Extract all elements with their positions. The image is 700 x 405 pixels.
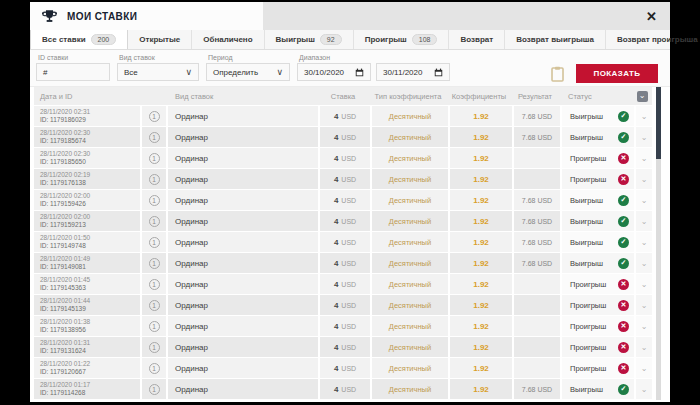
collapse-all-icon[interactable]: ⌄ xyxy=(637,91,648,102)
bet-kind-select[interactable]: Все ∨ xyxy=(117,63,199,81)
stake-cell: 4 USD xyxy=(320,211,370,231)
expand-row-chevron-icon[interactable]: ⌄ xyxy=(636,358,652,378)
status-cell: Выигрыш ✓ xyxy=(562,190,634,210)
bet-date-id-cell: 28/11/2020 01:31 ID: 1179131624 xyxy=(34,337,140,357)
coefficient-cell: 1.92 xyxy=(450,316,512,336)
loss-cross-icon: ✕ xyxy=(618,321,629,332)
filter-tab[interactable]: Выигрыш 92 xyxy=(265,30,354,49)
expand-row-chevron-icon[interactable]: ⌄ xyxy=(636,106,652,126)
filter-tab[interactable]: Возврат xyxy=(449,30,505,49)
header-stake: Ставка xyxy=(318,87,368,105)
status-cell: Выигрыш ✓ xyxy=(562,211,634,231)
result-cell xyxy=(514,169,560,189)
bet-date: 28/11/2020 02:19 xyxy=(40,171,90,179)
bet-id: ID: 1179131624 xyxy=(40,347,86,355)
bet-id-input[interactable]: # xyxy=(36,63,110,81)
date-to-input[interactable]: 30/11/2020 xyxy=(376,63,450,81)
bet-id: ID: 1179145363 xyxy=(40,284,86,292)
close-icon[interactable]: ✕ xyxy=(646,10,657,23)
bet-id: ID: 1179120667 xyxy=(40,368,86,376)
bet-date-id-cell: 28/11/2020 01:22 ID: 1179120667 xyxy=(34,358,140,378)
coef-type-cell: Десятичный xyxy=(372,274,448,294)
coef-type-cell: Десятичный xyxy=(372,148,448,168)
selection-count-icon: 1 xyxy=(149,195,160,206)
bet-date-id-cell: 28/11/2020 01:50 ID: 1179149748 xyxy=(34,232,140,252)
filter-tab[interactable]: Все ставки 200 xyxy=(30,30,128,49)
expand-row-chevron-icon[interactable]: ⌄ xyxy=(636,211,652,231)
win-check-icon: ✓ xyxy=(618,258,629,269)
filter-tab[interactable]: Обналичено xyxy=(192,30,264,49)
expand-row-chevron-icon[interactable]: ⌄ xyxy=(636,148,652,168)
bet-date: 28/11/2020 01:38 xyxy=(40,318,90,326)
trophy-logo-icon xyxy=(41,8,58,25)
bet-kind-cell: Ординар xyxy=(168,106,318,126)
expand-row-chevron-icon[interactable]: ⌄ xyxy=(636,232,652,252)
tab-count-badge: 200 xyxy=(91,34,117,45)
expand-row-chevron-icon[interactable]: ⌄ xyxy=(636,169,652,189)
win-check-icon: ✓ xyxy=(618,111,629,122)
loss-cross-icon: ✕ xyxy=(618,153,629,164)
coef-type-cell: Десятичный xyxy=(372,232,448,252)
scrollbar-thumb[interactable] xyxy=(656,87,661,159)
table-row: 28/11/2020 02:30 ID: 1179185650 1 Ордина… xyxy=(34,148,652,168)
result-cell: 7.68 USD xyxy=(514,190,560,210)
expand-row-chevron-icon[interactable]: ⌄ xyxy=(636,337,652,357)
selection-count-icon: 1 xyxy=(149,216,160,227)
expand-row-chevron-icon[interactable]: ⌄ xyxy=(636,127,652,147)
bet-count-cell: 1 xyxy=(142,148,166,168)
filter-tab[interactable]: Проигрыш 108 xyxy=(354,30,450,49)
period-select[interactable]: Определить ∨ xyxy=(206,63,290,81)
coefficient-cell: 1.92 xyxy=(450,106,512,126)
bet-date: 28/11/2020 02:30 xyxy=(40,129,90,137)
bet-date-id-cell: 28/11/2020 02:00 ID: 1179159426 xyxy=(34,190,140,210)
expand-row-chevron-icon[interactable]: ⌄ xyxy=(636,316,652,336)
win-check-icon: ✓ xyxy=(618,195,629,206)
coef-type-cell: Десятичный xyxy=(372,106,448,126)
my-bets-window: МОИ СТАВКИ ✕ Все ставки 200 Открытые Обн… xyxy=(30,2,670,402)
bet-id: ID: 1179138956 xyxy=(40,326,86,334)
bet-id: ID: 1179145139 xyxy=(40,305,86,313)
bet-kind-cell: Ординар xyxy=(168,337,318,357)
stake-cell: 4 USD xyxy=(320,232,370,252)
bet-date-id-cell: 28/11/2020 02:19 ID: 1179176138 xyxy=(34,169,140,189)
table-scrollbar[interactable] xyxy=(656,87,661,400)
bet-count-cell: 1 xyxy=(142,253,166,273)
filter-tab[interactable]: Открытые xyxy=(128,30,192,49)
expand-row-chevron-icon[interactable]: ⌄ xyxy=(636,295,652,315)
coefficient-cell: 1.92 xyxy=(450,379,512,399)
result-cell xyxy=(514,316,560,336)
clipboard-icon[interactable] xyxy=(551,66,564,82)
selection-count-icon: 1 xyxy=(149,279,160,290)
result-cell xyxy=(514,295,560,315)
coefficient-cell: 1.92 xyxy=(450,232,512,252)
show-button[interactable]: ПОКАЗАТЬ xyxy=(576,64,658,83)
coef-type-cell: Десятичный xyxy=(372,169,448,189)
bet-date: 28/11/2020 02:00 xyxy=(40,192,90,200)
status-label: Проигрыш xyxy=(570,322,606,331)
header-status: Статус xyxy=(560,87,632,105)
filter-bar: ID ставки # Вид ставок Все ∨ Период Опре… xyxy=(30,50,670,87)
table-row: 28/11/2020 02:19 ID: 1179176138 1 Ордина… xyxy=(34,169,652,189)
table-row: 28/11/2020 02:00 ID: 1179159426 1 Ордина… xyxy=(34,190,652,210)
bet-date: 28/11/2020 01:45 xyxy=(40,276,90,284)
expand-row-chevron-icon[interactable]: ⌄ xyxy=(636,190,652,210)
stake-cell: 4 USD xyxy=(320,274,370,294)
filter-tab[interactable]: Возврат проигрыша xyxy=(606,30,700,49)
status-cell: Проигрыш ✕ xyxy=(562,316,634,336)
status-cell: Проигрыш ✕ xyxy=(562,169,634,189)
status-cell: Выигрыш ✓ xyxy=(562,379,634,399)
status-label: Проигрыш xyxy=(570,343,606,352)
expand-row-chevron-icon[interactable]: ⌄ xyxy=(636,253,652,273)
expand-row-chevron-icon[interactable]: ⌄ xyxy=(636,379,652,399)
tab-label: Возврат проигрыша xyxy=(617,35,698,44)
tab-label: Обналичено xyxy=(203,35,252,44)
result-cell: 7.68 USD xyxy=(514,379,560,399)
stake-cell: 4 USD xyxy=(320,253,370,273)
date-from-input[interactable]: 30/10/2020 xyxy=(297,63,371,81)
expand-row-chevron-icon[interactable]: ⌄ xyxy=(636,274,652,294)
header-bet-kind: Вид ставок xyxy=(168,87,316,105)
coefficient-cell: 1.92 xyxy=(450,211,512,231)
coef-type-cell: Десятичный xyxy=(372,295,448,315)
coef-type-cell: Десятичный xyxy=(372,190,448,210)
filter-tab[interactable]: Возврат выигрыша xyxy=(505,30,606,49)
